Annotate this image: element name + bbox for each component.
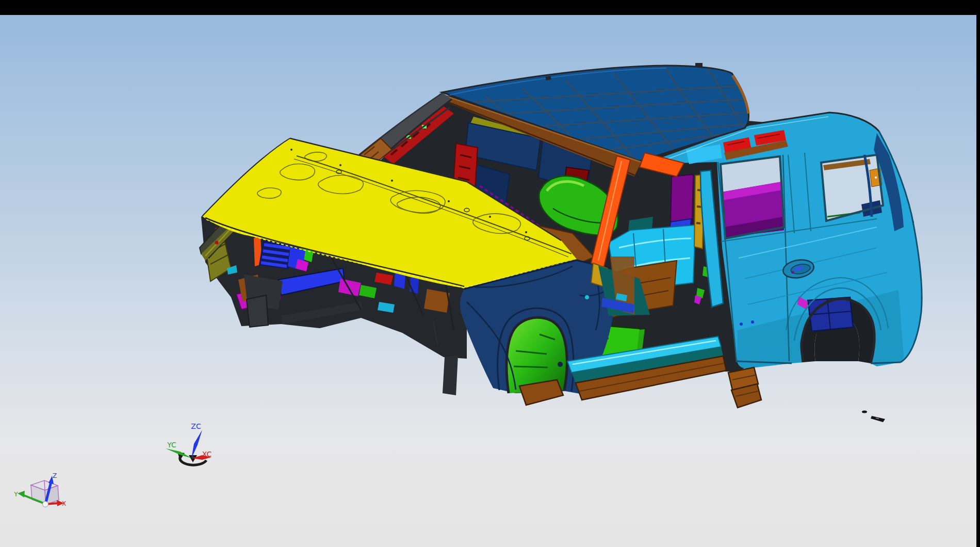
window-top-bar xyxy=(0,0,980,15)
loose-parts-debris[interactable] xyxy=(862,411,885,423)
datum-origin-sphere xyxy=(43,502,48,507)
datum-csys-triad[interactable]: Z Y X xyxy=(13,472,66,507)
wcs-z-label: ZC xyxy=(191,422,201,430)
suv-body-model[interactable] xyxy=(200,63,922,422)
window-side-bar xyxy=(976,0,980,547)
quarter-trim-panel xyxy=(671,174,693,225)
cad-application-window: ZC YC XC Z Y xyxy=(0,0,980,547)
datum-z-label: Z xyxy=(53,472,57,479)
wcs-y-label: YC xyxy=(167,441,176,449)
wcs-x-label: XC xyxy=(202,450,212,458)
graphics-window[interactable]: ZC YC XC Z Y xyxy=(0,15,976,547)
door-window-opening xyxy=(721,156,784,238)
wcs-z-axis-icon[interactable] xyxy=(191,430,202,459)
wcs-triad[interactable]: ZC YC XC xyxy=(166,422,211,465)
model-canvas: ZC YC XC Z Y xyxy=(0,15,976,547)
rear-sill-brackets[interactable] xyxy=(728,367,761,408)
datum-x-label: X xyxy=(62,500,66,507)
wcs-y-axis-icon[interactable] xyxy=(166,448,192,458)
quarter-window-opening xyxy=(821,155,883,221)
datum-y-label: Y xyxy=(13,491,18,498)
